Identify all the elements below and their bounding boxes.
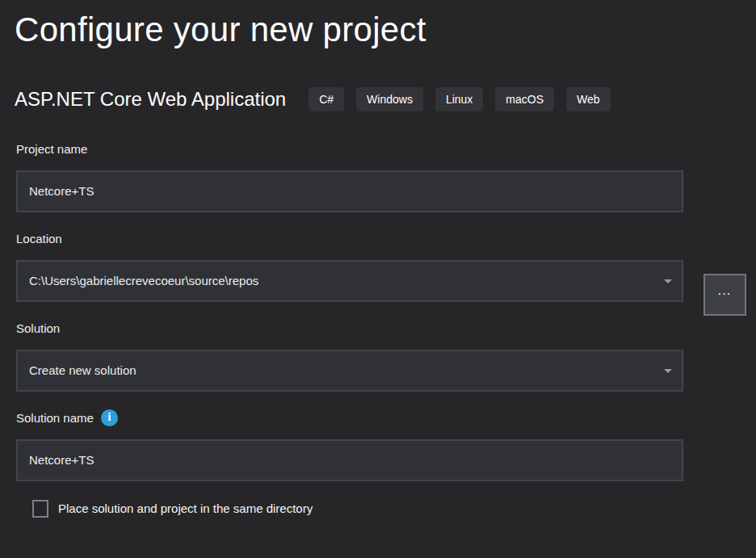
- project-form: Project name Location C:\Users\gabrielle…: [16, 141, 683, 518]
- tag-linux: Linux: [435, 87, 483, 111]
- solution-label: Solution: [16, 321, 683, 336]
- location-combobox[interactable]: C:\Users\gabriellecrevecoeur\source\repo…: [16, 260, 683, 302]
- location-value: C:\Users\gabriellecrevecoeur\source\repo…: [29, 274, 670, 287]
- ellipsis-icon: ...: [718, 285, 732, 297]
- solution-name-input[interactable]: [16, 439, 683, 481]
- page-title: Configure your new project: [15, 8, 756, 52]
- same-directory-checkbox[interactable]: [32, 500, 48, 518]
- solution-name-label: Solution name i: [16, 410, 683, 426]
- browse-location-button[interactable]: ...: [704, 274, 746, 316]
- tag-windows: Windows: [356, 87, 423, 111]
- template-row: ASP.NET Core Web Application C# Windows …: [15, 86, 741, 112]
- solution-value: Create new solution: [29, 363, 670, 377]
- chevron-down-icon: [664, 279, 672, 283]
- chevron-down-icon: [664, 369, 672, 373]
- same-directory-label: Place solution and project in the same d…: [58, 501, 313, 515]
- tag-web: Web: [566, 87, 611, 111]
- tag-macos: macOS: [495, 87, 554, 111]
- template-tags: C# Windows Linux macOS Web: [309, 87, 610, 111]
- solution-dropdown[interactable]: Create new solution: [16, 350, 683, 392]
- template-name: ASP.NET Core Web Application: [15, 88, 286, 111]
- project-name-input[interactable]: [16, 170, 683, 212]
- same-directory-row: Place solution and project in the same d…: [32, 500, 683, 518]
- tag-csharp: C#: [309, 87, 344, 111]
- location-label: Location: [16, 231, 683, 246]
- configure-project-dialog: Configure your new project ASP.NET Core …: [0, 8, 756, 558]
- location-row: C:\Users\gabriellecrevecoeur\source\repo…: [16, 260, 683, 302]
- project-name-label: Project name: [16, 141, 683, 157]
- info-icon[interactable]: i: [101, 409, 118, 426]
